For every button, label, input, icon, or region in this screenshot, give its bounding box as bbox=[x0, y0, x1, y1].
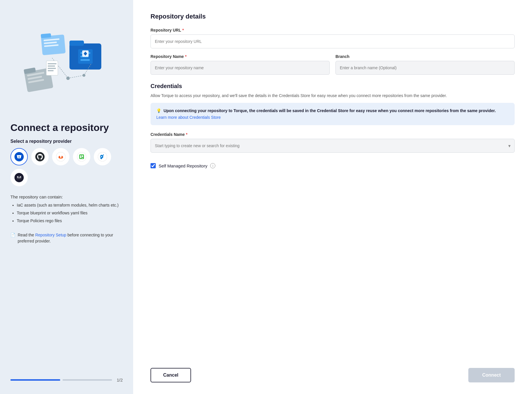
repo-url-required: * bbox=[182, 28, 184, 32]
svg-rect-32 bbox=[79, 154, 84, 159]
repo-url-group: Repository URL * bbox=[151, 28, 515, 48]
provider-bitbucket[interactable] bbox=[10, 148, 28, 165]
svg-rect-6 bbox=[69, 41, 84, 46]
self-managed-info-icon[interactable]: i bbox=[210, 163, 215, 168]
svg-rect-10 bbox=[80, 59, 90, 61]
repo-name-required: * bbox=[185, 54, 186, 59]
bullet-list: IaC assets (such as terraform modules, h… bbox=[10, 202, 123, 226]
repo-url-label: Repository URL * bbox=[151, 28, 515, 32]
repo-url-input[interactable] bbox=[151, 34, 515, 48]
lightbulb-icon: 💡 bbox=[156, 108, 161, 113]
provider-icons-group bbox=[10, 148, 123, 186]
svg-rect-27 bbox=[48, 70, 54, 71]
progress-bars bbox=[10, 379, 112, 381]
svg-rect-35 bbox=[82, 158, 83, 158]
credentials-name-group: Credentials Name * ▾ bbox=[151, 132, 515, 153]
branch-label: Branch bbox=[335, 54, 515, 59]
provider-github[interactable] bbox=[31, 148, 49, 165]
select-provider-label: Select a repository provider bbox=[10, 139, 123, 144]
credentials-name-wrapper: ▾ bbox=[151, 139, 515, 153]
cancel-button[interactable]: Cancel bbox=[151, 368, 191, 382]
svg-point-29 bbox=[35, 152, 45, 161]
learn-more-link[interactable]: Learn more about Credentials Store bbox=[156, 115, 221, 120]
svg-rect-33 bbox=[80, 155, 81, 158]
provider-jfrog[interactable] bbox=[73, 148, 90, 165]
credentials-name-required: * bbox=[186, 132, 187, 137]
credentials-info-box: 💡 Upon connecting your repository to Tor… bbox=[151, 103, 515, 125]
right-panel: Repository details Repository URL * Repo… bbox=[133, 0, 532, 394]
repository-illustration bbox=[10, 12, 123, 116]
left-panel: Connect a repository Select a repository… bbox=[0, 0, 133, 394]
repo-can-contain-text: The repository can contain: bbox=[10, 194, 123, 199]
form-footer: Cancel Connect bbox=[151, 359, 515, 382]
self-managed-checkbox[interactable] bbox=[151, 163, 156, 168]
provider-azure[interactable] bbox=[94, 148, 111, 165]
doc-icon: 📄 bbox=[10, 232, 15, 238]
branch-input[interactable] bbox=[335, 61, 515, 75]
repo-name-input[interactable] bbox=[151, 61, 330, 75]
progress-text: 1/2 bbox=[117, 377, 123, 382]
bullet-item-2: Torque blueprint or workflows yaml files bbox=[17, 210, 123, 216]
connect-button[interactable]: Connect bbox=[468, 368, 515, 382]
repo-name-label: Repository Name * bbox=[151, 54, 330, 59]
self-managed-row: Self Managed Repository i bbox=[151, 163, 515, 168]
name-branch-row: Repository Name * Branch bbox=[151, 54, 515, 75]
credentials-desc: Allow Torque to access your repository, … bbox=[151, 92, 515, 99]
svg-point-30 bbox=[56, 152, 65, 161]
svg-line-21 bbox=[68, 75, 84, 78]
credentials-name-input[interactable] bbox=[151, 139, 515, 153]
read-setup-text: 📄 Read the Repository Setup before conne… bbox=[10, 232, 123, 244]
page-title: Connect a repository bbox=[10, 122, 123, 134]
svg-point-39 bbox=[19, 177, 20, 178]
credentials-name-label: Credentials Name * bbox=[151, 132, 515, 137]
svg-rect-26 bbox=[48, 68, 56, 69]
repo-name-group: Repository Name * bbox=[151, 54, 330, 75]
repository-details-title: Repository details bbox=[151, 13, 515, 20]
progress-bar-1 bbox=[10, 379, 60, 381]
provider-gitlab[interactable] bbox=[52, 148, 69, 165]
self-managed-label[interactable]: Self Managed Repository bbox=[159, 163, 207, 168]
svg-rect-25 bbox=[48, 65, 55, 67]
bullet-item-3: Torque Policies rego files bbox=[17, 218, 123, 224]
svg-rect-24 bbox=[48, 63, 56, 64]
svg-rect-34 bbox=[82, 155, 83, 157]
svg-rect-28 bbox=[14, 152, 24, 161]
info-box-main-text: Upon connecting your repository to Torqu… bbox=[164, 108, 496, 113]
repository-setup-link[interactable]: Repository Setup bbox=[35, 233, 66, 237]
provider-codecommit[interactable] bbox=[10, 169, 28, 186]
credentials-title: Credentials bbox=[151, 83, 515, 90]
bullet-item-1: IaC assets (such as terraform modules, h… bbox=[17, 202, 123, 208]
progress-section: 1/2 bbox=[10, 377, 123, 382]
progress-bar-2 bbox=[63, 379, 112, 381]
branch-group: Branch bbox=[335, 54, 515, 75]
